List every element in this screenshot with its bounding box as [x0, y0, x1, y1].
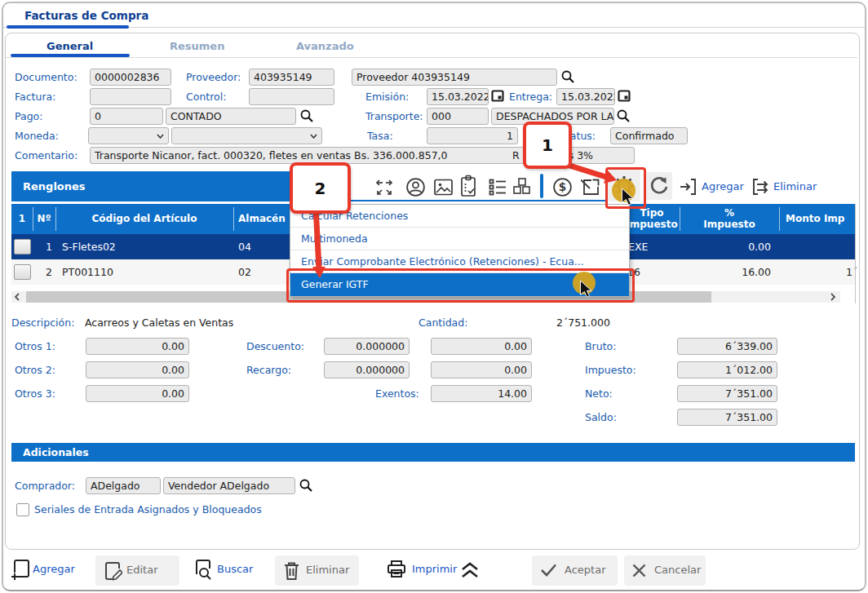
otros2-field[interactable]: 0.00 [86, 361, 189, 378]
proveedor-search-icon[interactable] [560, 69, 575, 84]
scroll-left-icon[interactable] [13, 293, 21, 301]
cubes-icon[interactable] [511, 176, 534, 197]
person-icon[interactable] [405, 176, 427, 198]
documento-field[interactable]: 0000002836 [90, 69, 171, 86]
aceptar-button[interactable]: Aceptar [532, 555, 618, 586]
recargo-label: Recargo: [246, 364, 291, 376]
col-tipo-impuesto[interactable]: Tipo Impuesto [624, 207, 680, 230]
row-select-checkbox[interactable] [14, 264, 31, 280]
comprador-code-field[interactable]: ADelgado [86, 477, 161, 494]
proveedor-name-field[interactable]: Proveedor 403935149 [352, 69, 557, 86]
otros2-label: Otros 2: [15, 364, 55, 376]
otros1-field[interactable]: 0.00 [86, 338, 189, 355]
buscar-button[interactable]: Buscar [217, 563, 253, 575]
expand-icon[interactable] [374, 177, 395, 198]
col-divider [55, 207, 56, 231]
imprimir-button[interactable]: Imprimir [412, 563, 457, 575]
descuento-pct-field[interactable]: 0.000000 [324, 338, 410, 355]
agregar-button[interactable]: Agregar [33, 563, 75, 575]
tab-avanzado[interactable]: Avanzado [296, 40, 354, 52]
title-underline [7, 25, 129, 29]
renglones-eliminar-button[interactable]: Eliminar [773, 180, 817, 193]
col-numero[interactable]: Nº [33, 213, 55, 224]
cantidad-label: Cantidad: [418, 316, 467, 329]
status-field[interactable]: Confirmado [610, 127, 688, 144]
col-codigo[interactable]: Código del Artículo [55, 213, 233, 224]
list-icon[interactable] [488, 178, 507, 196]
callout-2: 2 [290, 162, 351, 214]
recargo-monto-field[interactable]: 0.00 [431, 361, 532, 378]
transporte-code-field[interactable]: 000 [427, 108, 489, 125]
entrega-calendar-icon[interactable] [618, 89, 631, 102]
col-divider [680, 207, 680, 231]
descuento-monto-field[interactable]: 0.00 [431, 338, 532, 355]
editar-button[interactable]: Editar [95, 555, 179, 586]
emision-field[interactable]: 15.03.2022 [427, 88, 489, 105]
image-icon[interactable] [433, 178, 454, 197]
refresh-icon[interactable] [649, 175, 669, 196]
cancelar-button[interactable]: Cancelar [624, 555, 706, 586]
cell-codigo: PT001110 [62, 266, 229, 278]
pago-label: Pago: [15, 110, 42, 122]
descripcion-value: Acarreos y Caletas en Ventas [85, 316, 233, 329]
bruto-label: Bruto: [585, 340, 616, 352]
cell-numero: 2 [33, 266, 52, 278]
cell-tipo: EXE [628, 241, 677, 253]
tab-divider [6, 57, 857, 58]
cell-tipo: 16 [627, 266, 676, 278]
add-row-icon[interactable] [679, 177, 698, 197]
moneda-code-select[interactable]: VEB [88, 127, 169, 144]
external-link-icon[interactable] [581, 177, 602, 197]
row-select-checkbox[interactable] [14, 239, 31, 254]
pago-name-field[interactable]: CONTADO [166, 108, 296, 125]
proveedor-code-field[interactable]: 403935149 [249, 69, 334, 86]
dollar-icon[interactable]: $ [551, 176, 574, 198]
exentos-label: Exentos: [375, 387, 419, 400]
col-divider [779, 207, 780, 231]
bruto-field[interactable]: 6´339.00 [677, 338, 777, 355]
eliminar-button[interactable]: Eliminar [275, 555, 359, 586]
factura-label: Factura: [15, 91, 55, 103]
delete-row-icon[interactable] [751, 177, 770, 197]
impuesto-label: Impuesto: [585, 364, 636, 376]
emision-calendar-icon[interactable] [491, 89, 504, 102]
col-select[interactable]: 1 [11, 213, 33, 224]
factura-field[interactable] [90, 88, 171, 105]
col-tipo-line1: Tipo [624, 207, 680, 219]
col-monto-impuesto[interactable]: Monto Imp [786, 213, 855, 224]
moneda-name-select[interactable]: Bolivar Venezolano [171, 127, 322, 144]
editar-label: Editar [126, 564, 158, 576]
tab-general[interactable]: General [46, 40, 93, 52]
neto-field[interactable]: 7´351.00 [677, 385, 777, 402]
col-pct-impuesto[interactable]: % Impuesto [680, 207, 779, 230]
control-field[interactable] [249, 88, 334, 105]
impuesto-field[interactable]: 1´012.00 [677, 361, 777, 378]
seriales-checkbox[interactable] [16, 503, 29, 516]
tab-resumen[interactable]: Resumen [170, 40, 224, 52]
document-pencil-icon [103, 560, 122, 582]
table-right-border [855, 204, 856, 303]
entrega-label: Entrega: [509, 91, 552, 103]
tasa-field[interactable]: 1 [427, 127, 518, 144]
proveedor-label: Proveedor: [186, 71, 241, 83]
exentos-field[interactable]: 14.00 [431, 385, 532, 402]
recargo-pct-field[interactable]: 0.000000 [324, 361, 410, 378]
pago-search-icon[interactable] [299, 108, 314, 123]
saldo-field[interactable]: 7´351.00 [677, 409, 777, 426]
clipboard-check-icon[interactable] [458, 175, 478, 198]
transporte-search-icon[interactable] [616, 108, 631, 123]
entrega-field[interactable]: 15.03.2022 [556, 88, 615, 105]
double-chevron-up-icon[interactable] [459, 560, 480, 580]
comprador-name-field[interactable]: Vendedor ADelgado [163, 477, 295, 494]
renglones-agregar-button[interactable]: Agregar [702, 180, 744, 193]
pago-code-field[interactable]: 0 [90, 108, 163, 125]
cell-codigo: S-Fletes02 [62, 241, 229, 253]
page-title: Facturas de Compra [24, 9, 148, 22]
menu-item-multimoneda[interactable]: Multimoneda [290, 228, 629, 250]
scroll-right-icon[interactable] [829, 293, 837, 301]
otros3-field[interactable]: 0.00 [86, 385, 189, 402]
comentario-label: Comentario: [15, 149, 78, 162]
comprador-search-icon[interactable] [299, 478, 313, 493]
tasa-label: Tasa: [367, 130, 393, 142]
saldo-label: Saldo: [585, 411, 617, 423]
